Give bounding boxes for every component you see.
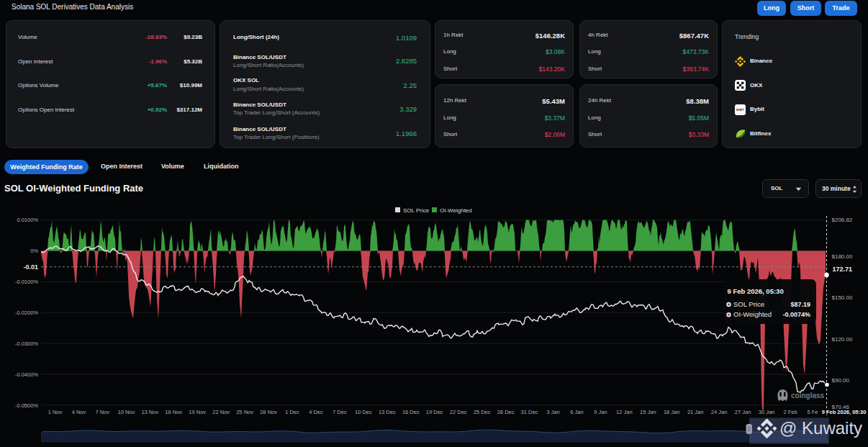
svg-text:9 Feb 2026, 05:30: 9 Feb 2026, 05:30: [728, 287, 784, 295]
svg-text:-0.0300%: -0.0300%: [15, 340, 38, 347]
svg-text:25 Nov: 25 Nov: [236, 409, 253, 415]
svg-text:22 Dec: 22 Dec: [450, 409, 467, 415]
svg-text:-0.0500%: -0.0500%: [15, 402, 38, 409]
svg-text:13 Dec: 13 Dec: [379, 409, 396, 415]
svg-text:19 Nov: 19 Nov: [189, 409, 206, 415]
svg-text:0.0100%: 0.0100%: [17, 217, 38, 223]
svg-text:30 Jan: 30 Jan: [759, 409, 775, 415]
svg-text:-0.0100%: -0.0100%: [15, 279, 38, 285]
svg-text:10 Nov: 10 Nov: [118, 409, 135, 415]
svg-text:19 Dec: 19 Dec: [426, 409, 443, 415]
svg-text:31 Dec: 31 Dec: [521, 409, 538, 415]
svg-text:3 Jan: 3 Jan: [546, 409, 559, 415]
svg-text:1 Dec: 1 Dec: [285, 409, 299, 415]
svg-text:$150.00: $150.00: [832, 294, 853, 301]
svg-text:5 Fe: 5 Fe: [807, 409, 818, 415]
svg-text:BYB!T: BYB!T: [736, 109, 744, 112]
svg-text:coinglass: coinglass: [791, 392, 825, 399]
svg-text:7 Dec: 7 Dec: [333, 409, 347, 415]
svg-text:12 Jan: 12 Jan: [616, 409, 633, 415]
svg-text:9 Feb 2026, 05:30: 9 Feb 2026, 05:30: [822, 409, 867, 415]
svg-text:-0.0400%: -0.0400%: [15, 371, 38, 378]
svg-text:4 Dec: 4 Dec: [309, 409, 323, 415]
svg-text:10 Dec: 10 Dec: [355, 409, 372, 415]
svg-text:22 Nov: 22 Nov: [212, 409, 230, 415]
svg-text:6 Jan: 6 Jan: [570, 409, 583, 415]
svg-text:24 Jan: 24 Jan: [711, 409, 728, 415]
svg-text:13 Nov: 13 Nov: [141, 409, 158, 415]
svg-text:21 Jan: 21 Jan: [687, 409, 704, 415]
svg-text:0%: 0%: [30, 248, 38, 254]
svg-text:25 Dec: 25 Dec: [474, 409, 491, 415]
svg-text:2 Feb: 2 Feb: [783, 409, 797, 415]
svg-text:SOL Price: SOL Price: [733, 300, 764, 308]
svg-text:@ Kuwaity: @ Kuwaity: [779, 418, 862, 438]
svg-text:15 Jan: 15 Jan: [640, 409, 656, 415]
svg-text:-0.0074%: -0.0074%: [782, 311, 810, 318]
svg-text:OI-Weighted: OI-Weighted: [440, 207, 472, 214]
svg-text:$87.19: $87.19: [790, 301, 810, 308]
svg-text:$206.82: $206.82: [832, 217, 853, 223]
svg-text:-0.0200%: -0.0200%: [15, 310, 38, 316]
svg-text:-0.01: -0.01: [23, 263, 38, 271]
svg-text:9 Jan: 9 Jan: [594, 409, 607, 415]
svg-text:16 Nov: 16 Nov: [165, 409, 182, 415]
svg-text:1 Nov: 1 Nov: [48, 409, 63, 415]
svg-text:27 Jan: 27 Jan: [735, 409, 751, 415]
svg-text:OI-Weighted: OI-Weighted: [733, 310, 772, 318]
svg-text:7 Nov: 7 Nov: [96, 409, 110, 415]
svg-text:$180.00: $180.00: [832, 253, 853, 260]
svg-text:4 Nov: 4 Nov: [72, 409, 86, 415]
svg-text:28 Dec: 28 Dec: [497, 409, 515, 415]
svg-text:16 Dec: 16 Dec: [402, 409, 420, 415]
svg-text:$120.00: $120.00: [832, 336, 853, 343]
svg-text:$90.00: $90.00: [832, 377, 850, 384]
svg-text:172.71: 172.71: [833, 266, 853, 273]
svg-text:SOL Price: SOL Price: [403, 207, 430, 214]
svg-text:28 Nov: 28 Nov: [260, 409, 277, 415]
svg-text:18 Jan: 18 Jan: [664, 409, 680, 415]
